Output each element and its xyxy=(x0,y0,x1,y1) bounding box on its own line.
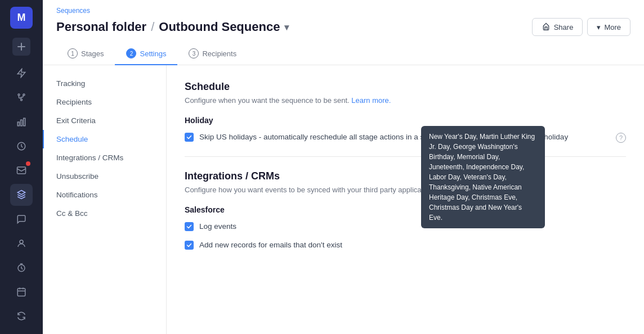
schedule-learn-more[interactable]: Learn more. xyxy=(351,96,391,105)
tab-recipients[interactable]: 3 Recipients xyxy=(177,43,248,65)
svg-point-4 xyxy=(21,99,23,101)
svg-rect-5 xyxy=(17,122,19,126)
schedule-title: Schedule xyxy=(185,81,626,93)
svg-rect-7 xyxy=(24,118,25,126)
tab-settings-label: Settings xyxy=(140,49,166,58)
breadcrumb[interactable]: Sequences xyxy=(56,7,630,15)
svg-point-10 xyxy=(20,240,23,243)
schedule-desc-text: Configure when you want the sequence to … xyxy=(185,96,350,105)
share-icon xyxy=(542,22,551,31)
check-icon-log xyxy=(186,224,192,229)
schedule-desc: Configure when you want the sequence to … xyxy=(185,96,626,105)
more-button[interactable]: ▾ More xyxy=(587,18,630,36)
more-label: More xyxy=(604,23,621,31)
nav-notifications[interactable]: Notifications xyxy=(43,186,166,204)
holiday-info-icon[interactable]: ? xyxy=(616,133,626,143)
tab-settings[interactable]: 2 Settings xyxy=(115,43,177,65)
integrations-title: Integrations / CRMs xyxy=(185,170,626,182)
log-events-row: Log events xyxy=(185,221,626,232)
schedule-section: Schedule Configure when you want the seq… xyxy=(185,81,626,143)
svg-rect-9 xyxy=(17,167,26,174)
more-chevron-icon: ▾ xyxy=(597,23,601,31)
tab-stages[interactable]: 1 Stages xyxy=(56,43,115,65)
nav-unsubscribe[interactable]: Unsubscribe xyxy=(43,167,166,186)
path-separator: / xyxy=(151,20,154,34)
holiday-tooltip: New Year's Day, Martin Luther King Jr. D… xyxy=(421,126,545,228)
nav-cc-bcc[interactable]: Cc & Bcc xyxy=(43,204,166,223)
share-button[interactable]: Share xyxy=(532,18,583,36)
tab-recipients-label: Recipients xyxy=(202,49,236,58)
log-events-label: Log events xyxy=(199,221,626,232)
folder-name: Personal folder xyxy=(56,20,146,34)
add-button[interactable] xyxy=(12,38,30,55)
sidebar-icon-layers[interactable] xyxy=(10,184,33,206)
nav-recipients[interactable]: Recipients xyxy=(43,93,166,111)
main-panel: Sequences Personal folder / Outbound Seq… xyxy=(43,0,644,334)
sequence-name: Outbound Sequence xyxy=(159,20,280,34)
sidebar-icon-clock[interactable] xyxy=(10,135,33,157)
sidebar-icon-branch[interactable] xyxy=(10,87,33,109)
holiday-checkbox-row: Skip US holidays - automatically resched… xyxy=(185,132,626,143)
check-icon xyxy=(186,134,192,140)
plus-icon xyxy=(17,42,26,51)
title-dropdown-icon[interactable]: ▾ xyxy=(284,22,289,33)
holiday-checkbox-label: Skip US holidays - automatically resched… xyxy=(199,132,610,143)
svg-rect-12 xyxy=(17,288,25,296)
holiday-checkbox[interactable] xyxy=(185,133,194,142)
tab-num-stages: 1 xyxy=(68,48,78,58)
sidebar-icon-person[interactable] xyxy=(10,232,33,254)
integrations-section: Integrations / CRMs Configure how you wa… xyxy=(185,170,626,251)
holiday-title: Holiday xyxy=(185,116,626,125)
header-actions: Share ▾ More xyxy=(532,18,630,36)
page-title: Personal folder / Outbound Sequence ▾ xyxy=(56,20,289,34)
integrations-desc-text: Configure how you want events to be sync… xyxy=(185,186,435,194)
settings-content: Schedule Configure when you want the seq… xyxy=(167,65,644,334)
sidebar-icon-timer[interactable] xyxy=(10,256,33,278)
add-records-row: Add new records for emails that don't ex… xyxy=(185,240,626,251)
salesforce-title: Salesforce xyxy=(185,205,626,214)
body-layout: Tracking Recipients Exit Criteria Schedu… xyxy=(43,65,644,334)
sidebar-icon-lightning[interactable] xyxy=(10,62,33,84)
tab-num-recipients: 3 xyxy=(189,48,199,58)
svg-point-2 xyxy=(18,94,20,96)
settings-nav: Tracking Recipients Exit Criteria Schedu… xyxy=(43,65,167,334)
holiday-checkbox-wrap xyxy=(185,132,194,142)
svg-rect-6 xyxy=(21,120,23,126)
sidebar: M xyxy=(0,0,43,334)
add-records-checkbox[interactable] xyxy=(185,241,194,250)
add-records-label: Add new records for emails that don't ex… xyxy=(199,240,626,251)
tab-bar: 1 Stages 2 Settings 3 Recipients xyxy=(56,43,630,65)
nav-exit-criteria[interactable]: Exit Criteria xyxy=(43,111,166,130)
sidebar-icon-calendar[interactable] xyxy=(10,281,33,303)
share-label: Share xyxy=(554,23,574,31)
section-divider xyxy=(185,156,626,157)
sidebar-icon-refresh[interactable] xyxy=(10,305,33,327)
tab-stages-label: Stages xyxy=(81,49,104,58)
nav-integrations[interactable]: Integrations / CRMs xyxy=(43,148,166,167)
integrations-desc: Configure how you want events to be sync… xyxy=(185,186,626,194)
check-icon-records xyxy=(186,242,192,248)
page-header: Sequences Personal folder / Outbound Seq… xyxy=(43,0,644,65)
sidebar-icon-mail[interactable] xyxy=(10,159,33,181)
notification-badge xyxy=(26,161,30,166)
sidebar-icon-chat[interactable] xyxy=(10,208,33,230)
sidebar-icon-chart[interactable] xyxy=(10,111,33,133)
nav-tracking[interactable]: Tracking xyxy=(43,74,166,93)
nav-schedule[interactable]: Schedule xyxy=(43,130,166,148)
app-logo: M xyxy=(10,7,33,29)
log-events-checkbox[interactable] xyxy=(185,222,194,231)
tab-num-settings: 2 xyxy=(126,48,136,58)
